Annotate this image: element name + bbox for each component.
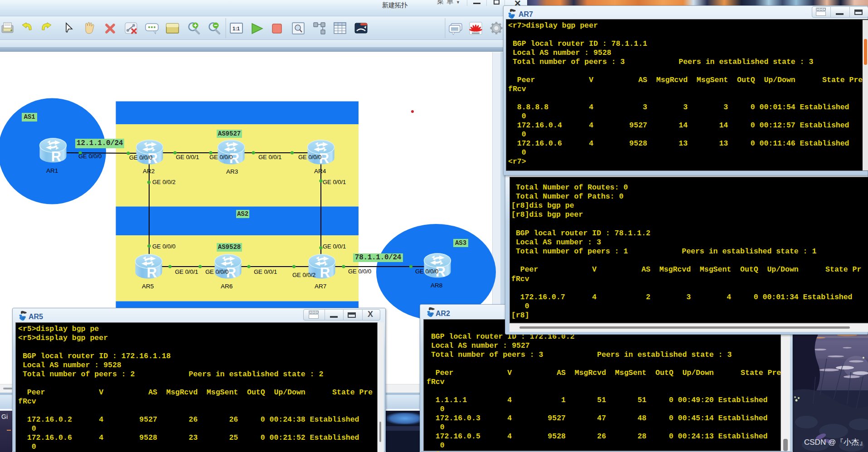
svg-text:CSDN @『小杰』: CSDN @『小杰』 [804, 438, 867, 447]
